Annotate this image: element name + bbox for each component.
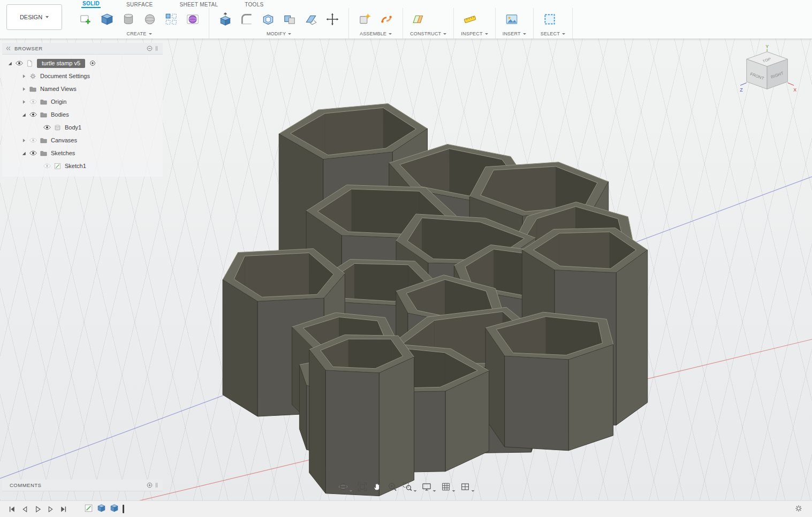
expander-collapsed-icon[interactable] [20,98,27,105]
fusion-window: DESIGN SOLIDSURFACESHEET METALTOOLS CREA… [0,0,812,517]
viewport[interactable]: BROWSER turtle stamp v5Document Settings… [0,39,812,500]
browser-item-sketch1[interactable]: Sketch1 [2,159,163,172]
view-cube[interactable]: Y TOP FRONT RIGHT Z X [735,43,805,101]
grid-display-button[interactable] [441,482,455,492]
visibility-eye-icon[interactable] [29,149,37,157]
cylinder-button[interactable] [119,10,138,28]
sketch-feature-item[interactable] [84,503,94,515]
create-sketch-icon [79,12,93,26]
visibility-eye-icon[interactable] [29,110,37,119]
measure-button[interactable] [461,10,479,28]
add-comment-icon[interactable] [146,482,153,489]
timeline-position-marker[interactable] [123,505,124,513]
play-button[interactable] [31,503,44,515]
comments-title: COMMENTS [10,482,146,488]
design-menu-button[interactable]: DESIGN [6,4,62,30]
tab-tools[interactable]: TOOLS [244,2,264,8]
tab-surface[interactable]: SURFACE [125,2,154,8]
toolbar-group-create: CREATE [70,8,209,39]
visibility-eye-icon[interactable] [29,97,37,106]
browser-item-label: Bodies [51,111,69,118]
group-label-modify[interactable]: MODIFY [216,31,342,36]
caret-down-icon [432,490,436,492]
step-back-button[interactable] [18,503,31,515]
folder-icon [29,85,37,93]
group-label-text: INSERT [503,31,521,36]
grid-display-icon [441,482,451,492]
new-component-button[interactable] [356,10,374,28]
browser-item-bodies[interactable]: Bodies [2,108,163,121]
browser-item-canvases[interactable]: Canvases [2,134,163,147]
fillet-button[interactable] [238,10,256,28]
joint-button[interactable] [377,10,396,28]
box-button[interactable] [98,10,116,28]
browser-item-body1[interactable]: Body1 [2,121,163,134]
panel-grip-icon[interactable] [153,482,160,489]
offset-face-button[interactable] [302,10,320,28]
browser-item-named-views[interactable]: Named Views [2,82,163,95]
extrude-feature-item[interactable] [109,503,119,515]
create-form-button[interactable] [184,10,202,28]
zoom-window-button[interactable] [402,482,416,492]
rectangular-pattern-icon [164,12,178,26]
collapse-panel-icon[interactable] [5,45,12,52]
rectangular-pattern-button[interactable] [162,10,180,28]
go-to-start-button[interactable] [5,503,18,515]
panel-grip-icon[interactable] [153,45,160,52]
go-to-end-button[interactable] [57,503,70,515]
insert-image-button[interactable] [503,10,521,28]
construct-plane-button[interactable] [410,10,428,28]
zoom-button[interactable] [387,482,397,492]
expander-collapsed-icon[interactable] [20,86,27,93]
combine-button[interactable] [280,10,299,28]
visibility-eye-icon[interactable] [29,136,37,145]
browser-panel: BROWSER turtle stamp v5Document Settings… [2,43,163,177]
visibility-eye-icon[interactable] [15,59,24,67]
sphere-button[interactable] [141,10,159,28]
move-copy-button[interactable] [323,10,342,28]
extrude-feature-item[interactable] [96,503,107,515]
browser-item-sketches[interactable]: Sketches [2,147,163,159]
orbit-button[interactable] [338,482,352,492]
visibility-eye-icon[interactable] [43,123,51,132]
group-label-construct[interactable]: CONSTRUCT [410,31,446,36]
activate-component-radio-icon[interactable] [89,59,96,67]
expander-collapsed-icon[interactable] [20,137,27,144]
shell-button[interactable] [259,10,277,28]
display-settings-button[interactable] [421,482,436,492]
expander-expanded-icon[interactable] [20,111,27,118]
step-forward-button[interactable] [44,503,57,515]
group-label-assemble[interactable]: ASSEMBLE [356,31,396,36]
browser-item-turtle-stamp-v5[interactable]: turtle stamp v5 [2,57,163,70]
pan-button[interactable] [372,482,382,492]
press-pull-button[interactable] [216,10,234,28]
browser-item-label: Sketch1 [65,163,86,169]
browser-item-document-settings[interactable]: Document Settings [2,70,163,82]
create-sketch-button[interactable] [77,10,95,28]
tab-sheet-metal[interactable]: SHEET METAL [178,2,219,8]
sketch-feature-icon [84,503,94,513]
go-to-end-icon [59,505,68,514]
fit-button[interactable] [357,482,367,492]
play-icon [33,505,42,514]
browser-item-origin[interactable]: Origin [2,95,163,108]
viewports-button[interactable] [460,482,474,492]
group-label-create[interactable]: CREATE [77,31,202,36]
expander-collapsed-icon[interactable] [20,73,27,80]
group-label-select[interactable]: SELECT [541,31,565,36]
expander-expanded-icon[interactable] [6,60,13,67]
tab-solid[interactable]: SOLID [81,1,101,8]
group-label-inspect[interactable]: INSPECT [461,31,488,36]
browser-item-label: Named Views [40,86,77,92]
display-settings-icon [421,482,431,492]
minimize-panel-icon[interactable] [146,45,153,52]
group-label-text: CREATE [126,31,146,36]
group-label-insert[interactable]: INSERT [503,31,526,36]
move-copy-icon [325,12,339,26]
group-label-text: MODIFY [267,31,286,36]
group-icons [356,9,396,29]
visibility-eye-icon[interactable] [43,162,51,170]
select-tool-button[interactable] [541,10,559,28]
timeline-settings-button[interactable] [794,504,805,514]
expander-expanded-icon[interactable] [20,150,27,157]
